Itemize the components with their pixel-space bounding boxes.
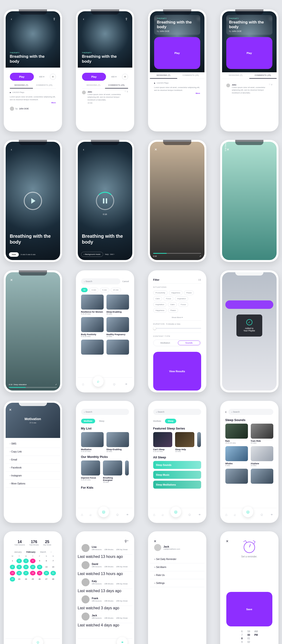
close-icon[interactable]: ✕: [154, 539, 156, 543]
menu-item[interactable]: ○ Set Alarm: [150, 563, 204, 571]
search-input[interactable]: ⌕ Search: [228, 409, 273, 415]
calendar-day[interactable]: 3: [23, 558, 29, 563]
chip[interactable]: 5 min: [100, 288, 109, 292]
calendar-day[interactable]: 23: [17, 577, 22, 582]
share-icon[interactable]: ⇪: [124, 16, 129, 22]
close-icon[interactable]: ✕: [9, 278, 14, 282]
tab-meditate[interactable]: Meditate: [81, 419, 95, 424]
calendar-day[interactable]: 6: [44, 558, 49, 563]
calendar-day[interactable]: 22: [10, 577, 15, 582]
calendar-day[interactable]: 8: [10, 565, 15, 569]
calendar-day[interactable]: 7: [51, 558, 56, 563]
play-button[interactable]: Play: [10, 73, 34, 81]
calendar-day[interactable]: 16: [17, 571, 22, 576]
calendar-day[interactable]: 5: [37, 558, 42, 563]
calendar-day[interactable]: 27: [44, 577, 49, 582]
card[interactable]: Healthy Pregnancy15 mins: [106, 317, 129, 337]
fullscreen-icon[interactable]: ⤢: [55, 384, 57, 386]
calendar-day[interactable]: 28: [51, 577, 56, 582]
more-link[interactable]: More: [154, 92, 200, 94]
chip[interactable]: Peace: [168, 308, 178, 312]
show-more[interactable]: Show More ▾: [150, 315, 204, 320]
card[interactable]: [106, 340, 129, 354]
ct-meditation[interactable]: Meditation: [153, 340, 177, 346]
calendar-day[interactable]: 11: [30, 565, 36, 569]
chip[interactable]: Focus: [164, 296, 173, 301]
friend-row[interactable]: Jack176 Sessions176 Minutes176 Day Strea…: [78, 610, 132, 623]
share-item[interactable]: ▫ SMS: [6, 440, 60, 448]
back-icon[interactable]: ‹: [81, 16, 86, 22]
chip[interactable]: Happiness: [153, 308, 167, 312]
play-button[interactable]: Play: [226, 37, 272, 69]
chip[interactable]: Inspiration: [175, 296, 188, 301]
share-item[interactable]: ▫ Email: [6, 456, 60, 464]
share-icon[interactable]: ⇪: [52, 16, 57, 22]
view-results-button[interactable]: View Results: [153, 352, 201, 390]
add-friend-icon[interactable]: ⚲⁺: [125, 539, 129, 543]
chip[interactable]: 15 min: [111, 288, 121, 292]
friend-row[interactable]: Frank176 Sessions176 Minutes176 Day Stre…: [78, 593, 132, 606]
chip[interactable]: Peace: [184, 290, 194, 295]
calendar-day[interactable]: 25: [30, 577, 36, 582]
calendar-day[interactable]: 14: [51, 565, 56, 569]
add-icon[interactable]: ＋: [122, 74, 128, 80]
tab-home-icon[interactable]: ⌂: [82, 382, 84, 386]
chip[interactable]: 3 min: [89, 288, 99, 292]
chip[interactable]: Calm: [168, 302, 177, 307]
calendar-day[interactable]: 21: [51, 571, 56, 576]
play-button[interactable]: [24, 192, 42, 210]
share-item[interactable]: ▫ Instagram: [6, 472, 60, 480]
tab-profile-icon[interactable]: ☺: [112, 382, 116, 386]
share-item[interactable]: ▫ More Options: [6, 480, 60, 488]
like-button[interactable]: ♡ 2: [125, 90, 128, 93]
tab-comments[interactable]: COMMENTS (25): [249, 72, 276, 78]
sleep-row[interactable]: Sleep Sounds: [153, 461, 201, 469]
calendar-day[interactable]: 17: [23, 571, 29, 576]
play-button[interactable]: Play: [154, 37, 200, 69]
tab-sessions[interactable]: SESSIONS (7): [10, 82, 33, 88]
cancel-button[interactable]: Cancel: [122, 280, 129, 282]
close-icon[interactable]: ✕: [153, 147, 158, 152]
calendar-day[interactable]: 9: [17, 565, 22, 569]
search-input[interactable]: ⌕ Search: [81, 278, 121, 284]
author[interactable]: by John DOE: [10, 106, 56, 111]
chip[interactable]: Inspiration: [153, 302, 167, 307]
sleep-row[interactable]: Sleep Music: [153, 471, 201, 479]
pause-button[interactable]: [96, 192, 114, 210]
tab-comments[interactable]: COMMENTS (25): [105, 82, 128, 88]
time-picker[interactable]: 678910 59000102 AMPM: [222, 630, 276, 644]
tab-sleep[interactable]: Sleep: [99, 419, 104, 424]
menu-item[interactable]: ○ Settings: [150, 579, 204, 587]
back-icon[interactable]: ‹: [225, 410, 226, 414]
friend-row[interactable]: Lisa176 Sessions176 Minutes176 Day Strea…: [78, 542, 132, 554]
calendar-day[interactable]: 4: [30, 558, 36, 563]
chip[interactable]: Happiness: [169, 290, 183, 295]
calendar-day[interactable]: 13: [44, 565, 49, 569]
calendar-day[interactable]: 24: [23, 577, 29, 582]
close-icon[interactable]: ✕: [9, 408, 12, 412]
card[interactable]: Sleep-Enabling10 mins: [106, 294, 129, 315]
ct-sounds[interactable]: Sounds: [177, 340, 201, 346]
chip[interactable]: Productivity: [153, 290, 168, 295]
tab-search-icon[interactable]: ⌕: [93, 376, 104, 387]
calendar-day[interactable]: 2: [17, 558, 22, 563]
sleep-row[interactable]: Sleep Meditations: [153, 481, 201, 489]
share-item[interactable]: ▫ Copy Link: [6, 448, 60, 456]
friend-row[interactable]: David176 Sessions176 Minutes176 Day Stre…: [78, 559, 132, 572]
tab-comments[interactable]: COMMENTS (25): [177, 72, 204, 78]
calendar-day[interactable]: 19: [37, 571, 42, 576]
chip-music[interactable]: ♪ Background music: [81, 252, 103, 257]
chip[interactable]: Focus: [178, 302, 188, 307]
tab-sessions[interactable]: SESSIONS (7): [222, 72, 249, 78]
search-input[interactable]: ⌕ Search: [153, 409, 201, 415]
calendar-day[interactable]: 1: [10, 558, 15, 563]
calendar-day[interactable]: 12: [37, 565, 42, 569]
chip[interactable]: All: [81, 288, 88, 292]
filter-icon[interactable]: ⫶⫶: [198, 278, 201, 281]
tab-sessions[interactable]: SESSIONS (7): [82, 82, 105, 88]
more-link[interactable]: More: [10, 102, 56, 104]
duration-slider[interactable]: [153, 328, 201, 329]
calendar-day[interactable]: 15: [10, 571, 15, 576]
menu-item[interactable]: ○ Rate Us: [150, 571, 204, 579]
calendar-day[interactable]: 20: [44, 571, 49, 576]
